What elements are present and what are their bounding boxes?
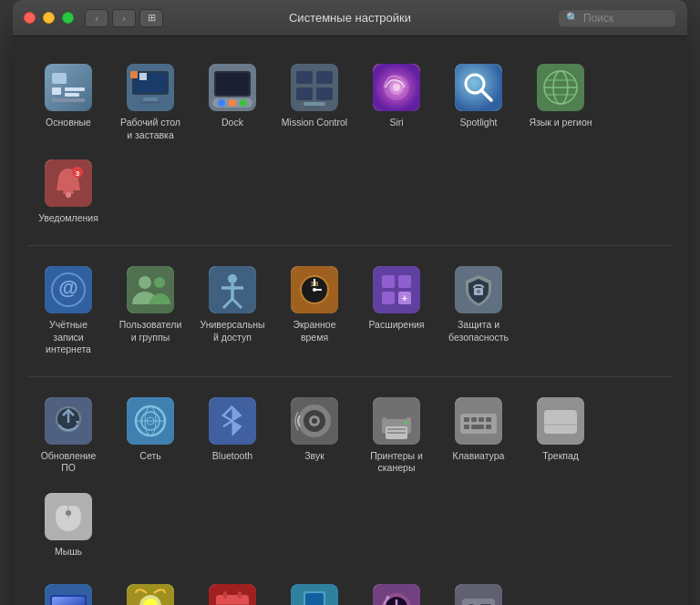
pref-datetime[interactable]: 18 Дата и время bbox=[195, 579, 270, 605]
network-label: Сеть bbox=[139, 450, 160, 463]
timemachine-icon bbox=[373, 584, 420, 605]
pref-timemachine[interactable]: Time Machine bbox=[359, 579, 434, 605]
trackpad-label: Трекпад bbox=[542, 450, 579, 463]
grid-view-button[interactable]: ⊞ bbox=[139, 9, 163, 27]
pref-notifications[interactable]: 3 Уведомления bbox=[31, 154, 106, 231]
access-label: Универсальный доступ bbox=[199, 319, 266, 344]
pref-spotlight[interactable]: Spotlight bbox=[441, 58, 516, 147]
svg-rect-129 bbox=[305, 593, 324, 605]
svg-rect-103 bbox=[486, 425, 491, 429]
svg-rect-22 bbox=[316, 71, 333, 84]
hardware-icons-grid: Обновление ПО Сеть bbox=[27, 385, 673, 571]
pref-keyboard[interactable]: Клавиатура bbox=[441, 392, 516, 480]
svg-rect-11 bbox=[143, 97, 158, 101]
datetime-icon: 18 bbox=[209, 584, 256, 605]
trackpad-icon bbox=[537, 397, 584, 445]
pref-screentime[interactable]: 18 Экранное время bbox=[277, 261, 352, 362]
svg-rect-8 bbox=[134, 73, 167, 93]
svg-rect-96 bbox=[460, 414, 497, 434]
svg-rect-126 bbox=[238, 591, 242, 599]
svg-rect-105 bbox=[544, 410, 577, 434]
window-title: Системные настройки bbox=[289, 11, 411, 25]
traffic-lights bbox=[24, 12, 74, 24]
pref-bluetooth[interactable]: Bluetooth bbox=[195, 392, 270, 480]
close-button[interactable] bbox=[24, 12, 36, 24]
energy-icon bbox=[127, 584, 174, 605]
siri-icon bbox=[373, 64, 420, 111]
svg-rect-64 bbox=[382, 275, 395, 288]
svg-rect-98 bbox=[471, 417, 477, 422]
pref-energy[interactable]: Экономия энергии bbox=[113, 579, 188, 605]
pref-siri[interactable]: Siri bbox=[359, 58, 434, 147]
notifications-icon: 3 bbox=[45, 159, 92, 207]
svg-point-51 bbox=[228, 274, 237, 283]
siri-label: Siri bbox=[389, 117, 403, 129]
general-label: Основные bbox=[46, 117, 91, 129]
search-box[interactable]: 🔍 bbox=[558, 9, 676, 27]
pref-printers[interactable]: Принтеры и сканеры bbox=[359, 392, 434, 480]
svg-point-19 bbox=[240, 99, 247, 107]
svg-rect-92 bbox=[387, 428, 406, 430]
pref-extensions[interactable]: + Расширения bbox=[359, 261, 434, 362]
maximize-button[interactable] bbox=[62, 12, 74, 24]
pref-sound[interactable]: Звук bbox=[277, 392, 352, 480]
pref-displays[interactable]: Мониторы bbox=[31, 579, 106, 605]
svg-rect-97 bbox=[464, 417, 469, 422]
section-personal: Основные bbox=[27, 51, 673, 238]
pref-accounts[interactable]: @ Учётные записи интернета bbox=[31, 261, 106, 362]
keyboard-label: Клавиатура bbox=[453, 450, 505, 463]
extensions-label: Расширения bbox=[368, 319, 424, 332]
pref-trackpad[interactable]: Трекпад bbox=[523, 392, 598, 480]
back-button[interactable]: ‹ bbox=[85, 9, 108, 27]
notifications-label: Уведомления bbox=[38, 212, 98, 225]
screentime-label: Экранное время bbox=[281, 319, 348, 344]
svg-rect-21 bbox=[296, 71, 313, 84]
pref-access[interactable]: Универсальный доступ bbox=[195, 261, 270, 362]
svg-rect-12 bbox=[139, 101, 161, 104]
pref-network[interactable]: Сеть bbox=[113, 392, 188, 480]
pref-dock[interactable]: Dock bbox=[195, 58, 270, 147]
svg-rect-24 bbox=[316, 87, 333, 100]
pref-desktop[interactable]: Рабочий стол и заставка bbox=[113, 58, 188, 147]
pref-users[interactable]: Пользователи и группы bbox=[113, 261, 188, 362]
lang-label: Язык и регион bbox=[529, 117, 592, 129]
internet-icons-grid: @ Учётные записи интернета bbox=[27, 253, 673, 369]
nav-buttons: ‹ › bbox=[85, 9, 136, 27]
svg-point-18 bbox=[229, 99, 236, 107]
titlebar: ‹ › ⊞ Системные настройки 🔍 bbox=[13, 0, 687, 36]
svg-point-94 bbox=[404, 421, 407, 425]
sharing-icon bbox=[291, 584, 338, 605]
svg-rect-9 bbox=[130, 71, 138, 78]
spotlight-icon bbox=[455, 64, 502, 111]
svg-rect-90 bbox=[386, 410, 407, 419]
dock-icon bbox=[209, 64, 256, 111]
search-input[interactable] bbox=[583, 12, 668, 25]
svg-rect-100 bbox=[486, 417, 491, 422]
svg-rect-99 bbox=[479, 417, 484, 422]
pref-general[interactable]: Основные bbox=[31, 58, 106, 147]
section-hardware: Обновление ПО Сеть bbox=[27, 385, 673, 605]
preferences-content: Основные bbox=[13, 36, 687, 605]
pref-security[interactable]: Защита и безопасность bbox=[441, 261, 516, 362]
network-icon bbox=[127, 397, 174, 445]
pref-sharing[interactable]: Общий доступ bbox=[277, 579, 352, 605]
svg-rect-1 bbox=[52, 73, 67, 84]
svg-point-71 bbox=[477, 290, 480, 293]
extensions-icon: + bbox=[373, 266, 420, 313]
search-icon: 🔍 bbox=[566, 12, 579, 24]
dock-label: Dock bbox=[221, 117, 243, 129]
svg-point-109 bbox=[66, 510, 71, 516]
users-label: Пользователи и группы bbox=[117, 319, 184, 344]
minimize-button[interactable] bbox=[43, 12, 55, 24]
svg-rect-30 bbox=[455, 64, 502, 111]
pref-startup[interactable]: Загрузочный диск bbox=[441, 579, 516, 605]
mission-icon bbox=[291, 64, 338, 111]
pref-update[interactable]: Обновление ПО bbox=[31, 392, 106, 480]
pref-lang[interactable]: Язык и регион bbox=[523, 58, 598, 147]
pref-mouse[interactable]: Мышь bbox=[31, 487, 106, 564]
pref-mission[interactable]: Mission Control bbox=[277, 58, 352, 147]
svg-rect-25 bbox=[304, 102, 325, 106]
svg-point-17 bbox=[218, 99, 225, 107]
forward-button[interactable]: › bbox=[112, 9, 136, 27]
mouse-label: Мышь bbox=[55, 546, 82, 559]
